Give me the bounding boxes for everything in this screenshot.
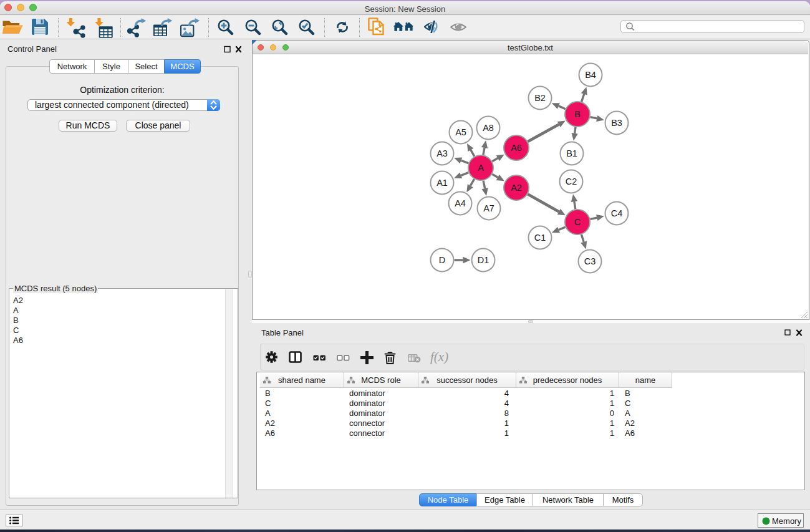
svg-text:D1: D1 xyxy=(478,255,489,265)
svg-text:A6: A6 xyxy=(511,143,522,153)
svg-text:B3: B3 xyxy=(611,118,622,128)
svg-text:A8: A8 xyxy=(483,123,494,133)
svg-text:C: C xyxy=(574,217,581,227)
svg-text:B2: B2 xyxy=(534,93,546,103)
svg-text:A3: A3 xyxy=(436,148,448,158)
svg-text:C4: C4 xyxy=(611,208,623,218)
svg-text:A4: A4 xyxy=(455,198,466,208)
svg-text:C2: C2 xyxy=(566,177,577,186)
svg-text:C3: C3 xyxy=(584,256,596,266)
svg-text:B4: B4 xyxy=(585,70,596,80)
svg-text:A5: A5 xyxy=(455,127,466,137)
svg-text:C1: C1 xyxy=(534,233,546,243)
svg-text:A: A xyxy=(478,163,484,173)
svg-text:A7: A7 xyxy=(483,203,494,213)
svg-text:A1: A1 xyxy=(436,178,448,188)
svg-text:B1: B1 xyxy=(566,148,577,158)
svg-text:B: B xyxy=(574,109,581,119)
svg-text:D: D xyxy=(439,255,445,265)
svg-text:A2: A2 xyxy=(511,183,522,193)
